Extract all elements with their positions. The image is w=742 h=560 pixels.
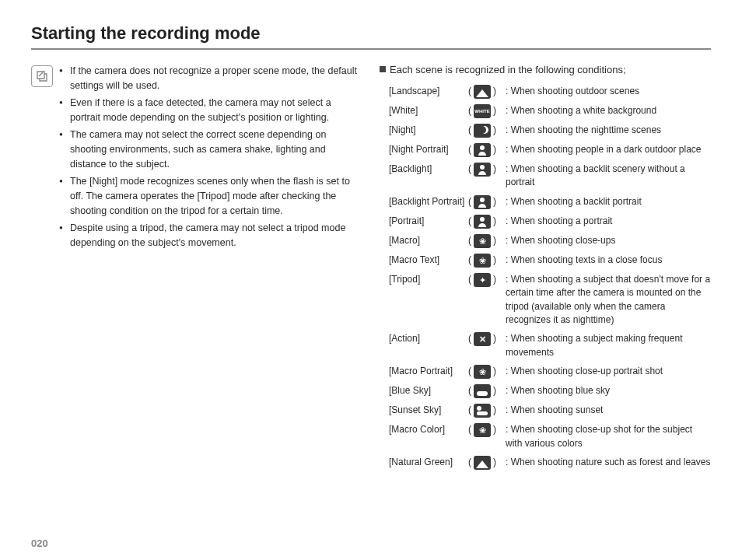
note-icon xyxy=(31,65,53,87)
landscape-icon xyxy=(474,85,491,99)
scene-desc: : When shooting a backlit scenery withou… xyxy=(506,163,711,190)
note-text: Despite using a tripod, the camera may n… xyxy=(70,221,358,251)
paren-open: ( xyxy=(467,273,473,286)
scene-desc: : When shooting close-up portrait shot xyxy=(506,365,711,378)
backlight-icon xyxy=(474,163,491,177)
scene-icon-wrap: () xyxy=(467,85,506,99)
bullet-icon: ● xyxy=(59,96,70,126)
scene-row: [Night Portrait]() : When shooting peopl… xyxy=(380,143,711,157)
paren-open: ( xyxy=(467,404,473,417)
paren-close: ) xyxy=(492,215,498,228)
scene-icon-wrap: () xyxy=(467,423,506,437)
scene-icon-wrap: () xyxy=(467,234,506,248)
bullet-icon: ● xyxy=(59,221,70,251)
scene-name: [Tripod] xyxy=(380,273,467,286)
paren-close: ) xyxy=(492,332,498,345)
scene-icon-wrap: () xyxy=(467,384,506,398)
scene-desc: : When shooting blue sky xyxy=(506,384,711,397)
paren-open: ( xyxy=(467,234,473,247)
paren-close: ) xyxy=(492,143,498,156)
scene-desc: : When shooting the nighttime scenes xyxy=(506,124,711,137)
scene-row: [Natural Green]() : When shooting nature… xyxy=(380,456,711,470)
white-icon: WHITE xyxy=(474,104,491,118)
paren-open: ( xyxy=(467,215,473,228)
scene-row: [Macro Portrait]() : When shooting close… xyxy=(380,365,711,379)
scene-name: [Backlight] xyxy=(380,163,467,176)
scene-row: [Portrait]() : When shooting a portrait xyxy=(380,215,711,229)
scene-name: [Backlight Portrait] xyxy=(380,195,467,208)
scene-icon-wrap: () xyxy=(467,195,506,209)
blue-sky-icon xyxy=(474,384,491,398)
scene-icon-wrap: () xyxy=(467,215,506,229)
scene-row: [Sunset Sky]() : When shooting sunset xyxy=(380,404,711,418)
note-item: ●Despite using a tripod, the camera may … xyxy=(59,221,358,251)
paren-close: ) xyxy=(492,124,498,137)
scene-desc: : When shooting texts in a close focus xyxy=(506,254,711,267)
paren-open: ( xyxy=(467,124,473,137)
portrait-icon xyxy=(474,215,491,229)
scene-desc: : When shooting close-up shot for the su… xyxy=(506,423,711,450)
scene-desc: : When shooting people in a dark outdoor… xyxy=(506,143,711,156)
notes-list: ●If the camera does not recognize a prop… xyxy=(59,64,358,475)
paren-open: ( xyxy=(467,365,473,378)
paren-close: ) xyxy=(492,195,498,208)
scene-row: [Blue Sky]() : When shooting blue sky xyxy=(380,384,711,398)
scene-icon-wrap: () xyxy=(467,404,506,418)
paren-close: ) xyxy=(492,104,498,117)
scene-icon-wrap: (WHITE) xyxy=(467,104,506,118)
note-item: ●The [Night] mode recognizes scenes only… xyxy=(59,174,358,219)
scene-desc: : When shooting nature such as forest an… xyxy=(506,456,711,469)
scene-name: [Macro] xyxy=(380,234,467,247)
scene-name: [Landscape] xyxy=(380,85,467,98)
scene-name: [Portrait] xyxy=(380,215,467,228)
paren-close: ) xyxy=(492,365,498,378)
paren-close: ) xyxy=(492,423,498,436)
square-bullet-icon xyxy=(380,66,386,72)
scene-desc: : When shooting a backlit portrait xyxy=(506,195,711,208)
note-text: Even if there is a face detected, the ca… xyxy=(70,96,358,126)
paren-close: ) xyxy=(492,85,498,98)
natural-green-icon xyxy=(474,456,491,470)
scene-row: [Tripod]() : When shooting a subject tha… xyxy=(380,273,711,327)
scene-icon-wrap: () xyxy=(467,163,506,177)
scene-name: [Action] xyxy=(380,332,467,345)
paren-open: ( xyxy=(467,163,473,176)
paren-close: ) xyxy=(492,163,498,176)
note-item: ●Even if there is a face detected, the c… xyxy=(59,96,358,126)
page-number: 020 xyxy=(31,537,48,549)
note-item: ●The camera may not select the correct s… xyxy=(59,128,358,173)
paren-open: ( xyxy=(467,384,473,397)
paren-open: ( xyxy=(467,254,473,267)
scene-row: [Night]() : When shooting the nighttime … xyxy=(380,124,711,138)
scene-intro-text: Each scene is recognized in the followin… xyxy=(390,64,626,75)
scene-name: [White] xyxy=(380,104,467,117)
paren-close: ) xyxy=(492,273,498,286)
sunset-sky-icon xyxy=(474,404,491,418)
scene-icon-wrap: () xyxy=(467,143,506,157)
scene-icon-wrap: () xyxy=(467,124,506,138)
scene-row: [Action]() : When shooting a subject mak… xyxy=(380,332,711,359)
scene-icon-wrap: () xyxy=(467,332,506,346)
scene-desc: : When shooting sunset xyxy=(506,404,711,417)
note-text: The camera may not select the correct sc… xyxy=(70,128,358,173)
paren-open: ( xyxy=(467,143,473,156)
scene-name: [Macro Text] xyxy=(380,254,467,267)
scene-row: [Backlight Portrait]() : When shooting a… xyxy=(380,195,711,209)
scene-icon-wrap: () xyxy=(467,254,506,268)
macro-color-icon xyxy=(474,423,491,437)
paren-close: ) xyxy=(492,456,498,469)
scene-name: [Night Portrait] xyxy=(380,143,467,156)
scene-name: [Blue Sky] xyxy=(380,384,467,397)
macro-text-icon xyxy=(474,254,491,268)
note-text: The [Night] mode recognizes scenes only … xyxy=(70,174,358,219)
night-icon xyxy=(474,124,491,138)
scene-name: [Macro Color] xyxy=(380,423,467,436)
paren-open: ( xyxy=(467,423,473,436)
scene-desc: : When shooting outdoor scenes xyxy=(506,85,711,98)
paren-close: ) xyxy=(492,384,498,397)
scene-desc: : When shooting a subject making frequen… xyxy=(506,332,711,359)
scene-row: [Landscape]() : When shooting outdoor sc… xyxy=(380,85,711,99)
note-item: ●If the camera does not recognize a prop… xyxy=(59,64,358,94)
scene-name: [Night] xyxy=(380,124,467,137)
scene-row: [Backlight]() : When shooting a backlit … xyxy=(380,163,711,190)
